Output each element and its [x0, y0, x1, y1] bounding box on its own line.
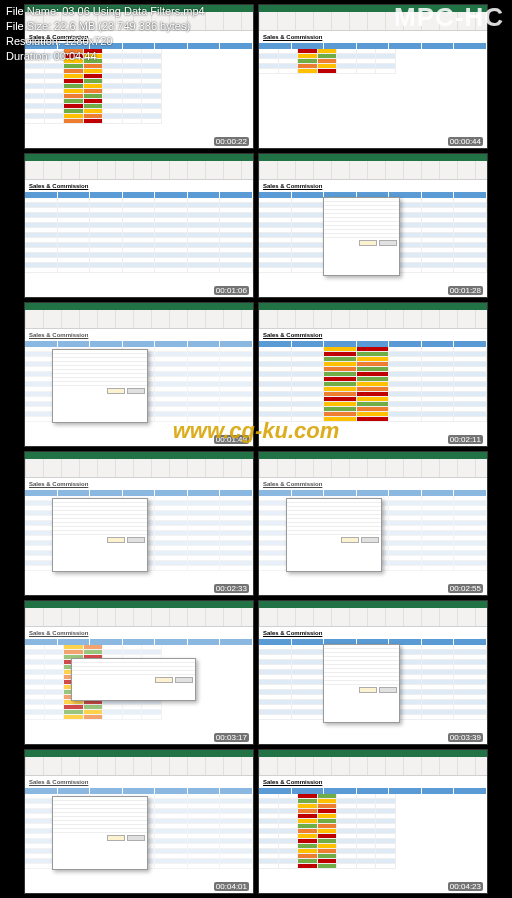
excel-ribbon: [25, 154, 253, 180]
ok-button[interactable]: [107, 388, 125, 394]
table-body: [259, 347, 487, 446]
timestamp-badge: 00:01:28: [448, 286, 483, 295]
thumbnail[interactable]: Sales & Commission00:01:06: [24, 153, 254, 298]
cancel-button[interactable]: [361, 537, 379, 543]
ok-button[interactable]: [107, 835, 125, 841]
sheet-title: Sales & Commission: [259, 478, 487, 490]
timestamp-badge: 00:02:11: [448, 435, 483, 444]
ok-button[interactable]: [107, 537, 125, 543]
sheet-title: Sales & Commission: [25, 478, 253, 490]
sheet-title: Sales & Commission: [25, 627, 253, 639]
ok-button[interactable]: [155, 677, 173, 683]
excel-ribbon: [25, 601, 253, 627]
table-row: [25, 268, 253, 273]
value-filesize: 22,6 MB (23 749 336 bytes): [54, 20, 190, 32]
value-duration: 00:04:44: [54, 50, 97, 62]
thumbnail[interactable]: Sales & Commission00:04:23: [258, 749, 488, 894]
cancel-button[interactable]: [175, 677, 193, 683]
timestamp-badge: 00:02:55: [448, 584, 483, 593]
timestamp-badge: 00:04:01: [214, 882, 249, 891]
timestamp-badge: 00:04:23: [448, 882, 483, 891]
excel-ribbon: [259, 452, 487, 478]
filter-dialog[interactable]: [52, 796, 148, 870]
cancel-button[interactable]: [379, 687, 397, 693]
table-body: [259, 49, 396, 148]
filter-dropdown[interactable]: [323, 644, 401, 723]
thumbnail[interactable]: Sales & Commission00:03:39: [258, 600, 488, 745]
excel-ribbon: [25, 452, 253, 478]
worksheet-area: Sales & Commission: [25, 180, 253, 297]
table-body: [25, 198, 253, 297]
ok-button[interactable]: [359, 687, 377, 693]
ok-button[interactable]: [359, 240, 377, 246]
thumbnail[interactable]: Sales & Commission00:02:33: [24, 451, 254, 596]
cancel-button[interactable]: [127, 388, 145, 394]
player-brand: MPC-HC: [394, 2, 504, 33]
table-row: [25, 119, 162, 124]
sheet-title: Sales & Commission: [25, 776, 253, 788]
sheet-title: Sales & Commission: [259, 180, 487, 192]
value-filename: 03 06 Using Data Filters.mp4: [62, 5, 204, 17]
thumbnail[interactable]: Sales & Commission00:01:28: [258, 153, 488, 298]
thumbnail-grid: Sales & Commission00:00:22Sales & Commis…: [24, 0, 488, 898]
file-info-overlay: File Name: 03 06 Using Data Filters.mp4 …: [6, 4, 205, 63]
thumbnail[interactable]: Sales & Commission00:03:17: [24, 600, 254, 745]
custom-filter-dialog[interactable]: [71, 658, 196, 701]
sheet-title: Sales & Commission: [259, 329, 487, 341]
worksheet-area: Sales & Commission: [259, 329, 487, 446]
thumbnail[interactable]: Sales & Commission00:02:11: [258, 302, 488, 447]
thumbnail[interactable]: Sales & Commission00:04:01: [24, 749, 254, 894]
table-body: [259, 794, 396, 893]
filter-dropdown[interactable]: [323, 197, 401, 276]
excel-ribbon: [259, 154, 487, 180]
timestamp-badge: 00:01:49: [214, 435, 249, 444]
table-row: [25, 715, 162, 720]
excel-ribbon: [25, 750, 253, 776]
sheet-title: Sales & Commission: [25, 329, 253, 341]
sheet-title: Sales & Commission: [259, 776, 487, 788]
cancel-button[interactable]: [379, 240, 397, 246]
thumbnail[interactable]: Sales & Commission00:02:55: [258, 451, 488, 596]
timestamp-badge: 00:00:22: [214, 137, 249, 146]
ok-button[interactable]: [341, 537, 359, 543]
timestamp-badge: 00:00:44: [448, 137, 483, 146]
table-body: [25, 49, 162, 148]
excel-ribbon: [259, 303, 487, 329]
label-duration: Duration:: [6, 50, 51, 62]
timestamp-badge: 00:03:17: [214, 733, 249, 742]
timestamp-badge: 00:02:33: [214, 584, 249, 593]
label-resolution: Resolution:: [6, 35, 61, 47]
worksheet-area: Sales & Commission: [259, 31, 487, 148]
cancel-button[interactable]: [127, 537, 145, 543]
filter-dialog[interactable]: [52, 349, 148, 423]
thumbnail[interactable]: Sales & Commission00:01:49: [24, 302, 254, 447]
label-filesize: File Size:: [6, 20, 51, 32]
value-resolution: 1280x720: [64, 35, 112, 47]
cancel-button[interactable]: [127, 835, 145, 841]
worksheet-area: Sales & Commission: [259, 776, 487, 893]
label-filename: File Name:: [6, 5, 59, 17]
sheet-title: Sales & Commission: [259, 627, 487, 639]
table-row: [259, 864, 396, 869]
excel-ribbon: [259, 750, 487, 776]
filter-dialog[interactable]: [286, 498, 382, 572]
sheet-title: Sales & Commission: [25, 180, 253, 192]
excel-ribbon: [259, 601, 487, 627]
excel-ribbon: [25, 303, 253, 329]
table-row: [259, 69, 396, 74]
timestamp-badge: 00:03:39: [448, 733, 483, 742]
timestamp-badge: 00:01:06: [214, 286, 249, 295]
table-row: [259, 417, 487, 422]
filter-dialog[interactable]: [52, 498, 148, 572]
